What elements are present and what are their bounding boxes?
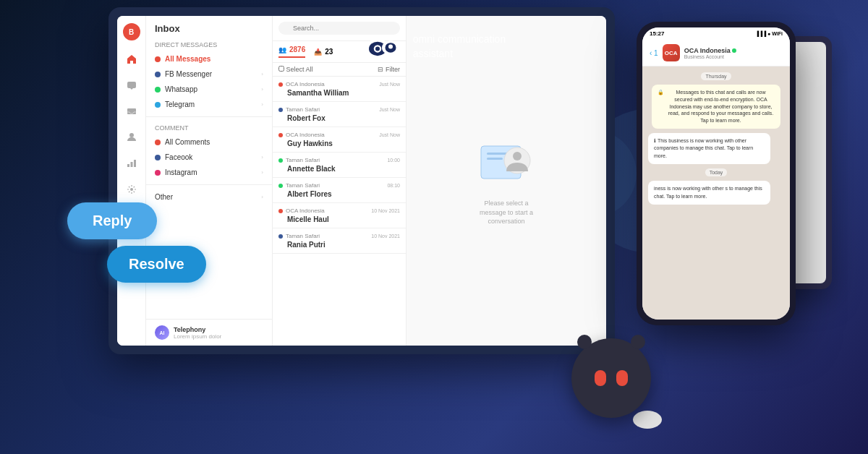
contact-name-text: OCA Indonesia [684,47,731,54]
user-info: Telephony Lorem ipsum dolor [174,326,221,340]
svg-point-19 [513,152,522,160]
empty-state: Please select a message to start a conve… [470,135,542,226]
user-item: Al Telephony Lorem ipsum dolor [155,325,263,340]
phone-time: 15:27 [650,30,664,37]
msg-name-6: Rania Putri [287,241,400,249]
sidebar-icon-contacts[interactable] [124,130,139,145]
chat-date-thursday: Thursday [701,72,731,80]
inbox-bottom: Al Telephony Lorem ipsum dolor [146,319,272,346]
msg-name-3: Annette Black [287,165,400,173]
facebook-label: Faceook [165,153,192,161]
reply-button[interactable]: Reply [67,202,157,239]
svg-rect-17 [487,158,503,160]
empty-text: Please select a message to start a conve… [470,199,542,226]
source-dot-4 [278,184,283,188]
facebook-chevron: › [261,154,263,160]
message-item-4[interactable]: Taman Safari 08:10 Albert Flores [273,178,406,203]
svg-point-14 [130,188,133,191]
mascot-tail [633,411,662,429]
telegram-label: Telegram [165,100,195,108]
msg-item-top-1: Taman Safari Just Now [278,106,400,113]
all-comments-dot [155,140,161,145]
inbox-item-facebook[interactable]: Faceook › [146,150,272,165]
msg-time-1: Just Now [379,107,400,112]
msg-source-4: Taman Safari [278,182,320,189]
inbox-item-all-comments[interactable]: All Comments [146,134,272,150]
chat-bubble-business: ℹ This business is now working with othe… [648,133,770,165]
msg-source-3: Taman Safari [278,157,320,163]
inbox-divider-2 [146,184,272,185]
back-button[interactable]: ‹ 1 [650,49,658,57]
telegram-left: Telegram [155,100,195,108]
sidebar-icon-analytics[interactable] [124,156,139,171]
mascot [571,338,665,432]
inbox-item-instagram[interactable]: Instagram › [146,165,272,180]
facebook-left: Faceook [155,153,192,161]
msg-time-6: 10 Nov 2021 [371,234,400,239]
message-item-3[interactable]: Taman Safari 10:00 Annette Black [273,153,406,178]
lock-icon: 🔒 [658,89,664,96]
source-name-3: Taman Safari [286,157,320,163]
phone-chat-header: ‹ 1 OCA OCA Indonesia Business Account [642,40,790,67]
msg-item-top-4: Taman Safari 08:10 [278,182,400,189]
empty-illustration [474,135,539,193]
chat-bubble-encryption: 🔒 Messages to this chat and calls are no… [652,85,781,129]
msg-item-top-6: Taman Safari 10 Nov 2021 [278,233,400,239]
user-avatar: Al [155,325,169,340]
source-name-2: OCA Indonesia [286,132,325,138]
inbox-divider [146,116,272,117]
chat-bubble-today: iness is now working with other s to man… [648,181,770,205]
reply-label: Reply [93,213,132,228]
msg-name-4: Albert Flores [287,190,400,198]
svg-text:a: a [387,51,393,62]
msg-source-5: OCA Indonesia [278,207,325,214]
message-item-1[interactable]: Taman Safari Just Now Robert Fox [273,102,406,127]
source-name-5: OCA Indonesia [286,207,325,214]
msg-name-5: Micelle Haul [287,215,400,223]
instagram-chevron: › [261,169,263,176]
phone-contact-info: OCA Indonesia Business Account [684,47,783,59]
sidebar-icon-settings[interactable] [124,182,139,197]
instagram-label: Instagram [165,168,197,176]
msg-source-2: OCA Indonesia [278,132,325,138]
source-dot-2 [278,133,283,137]
source-dot-6 [278,234,283,239]
resolve-label: Resolve [129,256,184,272]
encryption-text: Messages to this chat and calls are now … [667,89,775,124]
phone-contact-avatar: OCA [663,44,680,61]
inbox-item-telegram[interactable]: Telegram › [146,97,272,112]
msg-time-4: 08:10 [387,183,400,188]
msg-name-2: Guy Hawkins [287,140,400,147]
resolve-button[interactable]: Resolve [107,246,206,283]
msg-item-top-3: Taman Safari 10:00 [278,157,400,163]
msg-time-2: Just Now [379,132,400,137]
source-dot-3 [278,158,283,163]
source-dot-1 [278,108,283,112]
other-label: Other [155,193,173,201]
inbox-item-other[interactable]: Other › [146,189,272,205]
message-item-2[interactable]: OCA Indonesia Just Now Guy Hawkins [273,127,406,153]
svg-point-3 [375,46,380,51]
source-name-1: Taman Safari [286,106,320,113]
phone-screen: 15:27 ▐▐▐ ● WiFi ‹ 1 OCA OCA Indonesia B… [642,27,790,320]
user-message: Lorem ipsum dolor [174,333,221,340]
mascot-ear-right [631,335,645,349]
brand-tagline2: assistant [413,47,506,61]
mascot-eye-right [616,370,628,386]
msg-name-1: Robert Fox [287,114,400,122]
user-channel: Telephony [174,326,221,333]
phone-messages: Thursday 🔒 Messages to this chat and cal… [642,67,790,320]
business-text: This business is now working with other … [654,138,753,158]
mascot-body [571,338,651,418]
brand-tagline1: omni communication [413,33,506,47]
message-item-5[interactable]: OCA Indonesia 10 Nov 2021 Micelle Haul [273,203,406,228]
telegram-chevron: › [261,101,263,108]
mascot-eyes [595,370,628,386]
sidebar-icon-inbox[interactable] [124,104,139,119]
today-text: iness is now working with other s to man… [654,186,762,199]
msg-item-top-2: OCA Indonesia Just Now [278,132,400,138]
phone-contact-name: OCA Indonesia [684,47,783,54]
message-item-6[interactable]: Taman Safari 10 Nov 2021 Rania Putri [273,228,406,254]
msg-time-5: 10 Nov 2021 [371,208,400,213]
telegram-dot [155,102,161,108]
